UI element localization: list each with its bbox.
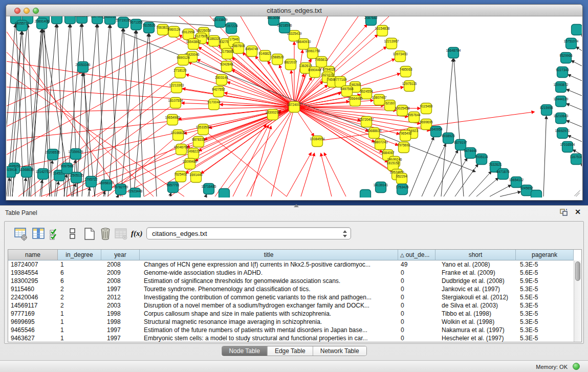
- graph-node[interactable]: 16958107: [99, 180, 114, 191]
- splitter-handle[interactable]: [294, 204, 299, 207]
- graph-node[interactable]: 6497568: [340, 86, 354, 97]
- graph-node[interactable]: 7625402: [174, 171, 187, 182]
- graph-edge[interactable]: [137, 31, 144, 196]
- table-row[interactable]: 946362711997Embryonic stem cells: a mode…: [8, 334, 574, 342]
- graph-edge[interactable]: [409, 137, 433, 196]
- graph-edge[interactable]: [434, 150, 458, 196]
- table-row[interactable]: 969969511998Structural magnetic resonanc…: [8, 318, 574, 326]
- graph-edge[interactable]: [321, 154, 332, 196]
- graph-node[interactable]: 14055717: [15, 20, 30, 31]
- graph-node[interactable]: 10688639: [367, 128, 382, 139]
- graph-node[interactable]: 8471676: [496, 169, 510, 180]
- graph-node[interactable]: 9671355: [129, 19, 143, 30]
- graph-node[interactable]: 16154838: [375, 26, 390, 36]
- graph-edge[interactable]: [294, 50, 302, 107]
- new-column-document-icon[interactable]: [82, 227, 97, 241]
- graph-node[interactable]: 1795722: [84, 177, 98, 187]
- graph-node[interactable]: 9115460: [420, 103, 433, 114]
- table-row[interactable]: 911546021997Tourette syndrome. Phenomeno…: [8, 285, 574, 293]
- graph-node[interactable]: 7965492: [399, 130, 412, 141]
- graph-node[interactable]: 9957644: [407, 112, 421, 123]
- graph-edge[interactable]: [572, 60, 582, 69]
- graph-edge[interactable]: [422, 144, 446, 196]
- graph-node[interactable]: 9227343: [556, 67, 569, 78]
- graph-node[interactable]: 9857791: [166, 182, 180, 193]
- graph-node[interactable]: 17359929: [69, 149, 83, 160]
- column-header-year[interactable]: year: [101, 250, 140, 260]
- graph-node[interactable]: 16099489: [183, 159, 198, 169]
- graph-node[interactable]: 17016504: [560, 142, 575, 152]
- graph-node[interactable]: 9890124: [177, 55, 190, 65]
- graph-node[interactable]: 7975692: [397, 142, 410, 153]
- graph-node[interactable]: 12213967: [384, 38, 399, 49]
- graph-node[interactable]: 7357224: [225, 23, 238, 34]
- show-columns-checklist-icon[interactable]: [49, 227, 63, 241]
- graph-edge[interactable]: [215, 125, 266, 196]
- table-options-icon[interactable]: [14, 227, 28, 241]
- graph-node[interactable]: 18107554: [168, 98, 183, 108]
- graph-node[interactable]: 1640954: [429, 126, 443, 137]
- table-row[interactable]: 1830029562008Estimation of significance …: [8, 277, 574, 285]
- graph-edge[interactable]: [195, 107, 294, 161]
- graph-node[interactable]: 20053346: [76, 62, 91, 73]
- select-column-icon[interactable]: [32, 227, 46, 241]
- graph-node[interactable]: 8938923: [442, 133, 455, 144]
- column-header-out_de[interactable]: △out_de...: [398, 250, 435, 260]
- table-row[interactable]: 1938455462009Genome-wide association stu…: [8, 269, 574, 277]
- graph-node[interactable]: 19654983: [165, 115, 180, 125]
- column-header-name[interactable]: name: [8, 250, 58, 260]
- graph-node[interactable]: 18807243: [373, 139, 388, 150]
- graph-node[interactable]: 12213363: [169, 82, 184, 93]
- graph-node[interactable]: 12444139: [554, 96, 569, 107]
- graph-edge[interactable]: [24, 178, 26, 196]
- graph-edge[interactable]: [441, 59, 453, 196]
- graph-edge[interactable]: [294, 107, 368, 131]
- graph-node[interactable]: 19166825: [171, 130, 186, 141]
- graph-edge[interactable]: [118, 107, 294, 196]
- graph-edge[interactable]: [567, 104, 582, 113]
- column-header-short[interactable]: short: [435, 250, 516, 260]
- graph-node[interactable]: 1498222: [187, 148, 200, 159]
- graph-node[interactable]: 18300295: [266, 110, 280, 120]
- graph-edge[interactable]: [581, 163, 582, 170]
- graph-edge[interactable]: [301, 153, 314, 196]
- graph-node[interactable]: 2935114: [475, 154, 488, 165]
- graph-node[interactable]: 8454749: [245, 46, 258, 57]
- graph-node[interactable]: 18724007: [287, 102, 302, 113]
- graph-node[interactable]: 9466161: [103, 16, 117, 25]
- graph-edge[interactable]: [247, 107, 294, 196]
- graph-node[interactable]: [360, 190, 371, 198]
- graph-edge[interactable]: [324, 153, 346, 196]
- graph-node[interactable]: 1167534: [570, 154, 582, 165]
- graph-node[interactable]: 9170044: [207, 99, 221, 110]
- graph-node[interactable]: 19384554: [310, 136, 325, 147]
- graph-node[interactable]: 14139141: [374, 182, 388, 193]
- graph-node[interactable]: 11568639: [19, 167, 34, 178]
- graph-edge[interactable]: [568, 75, 582, 83]
- graph-node[interactable]: 7615526: [142, 23, 156, 33]
- graph-node[interactable]: 13533594: [196, 124, 211, 135]
- delete-column-trash-icon[interactable]: [98, 227, 113, 241]
- tab-edge-table[interactable]: Edge Table: [268, 346, 313, 356]
- graph-node[interactable]: 9960124: [167, 27, 181, 37]
- network-canvas[interactable]: 1872400776638229960124891295418226058912…: [7, 16, 582, 198]
- graph-edge[interactable]: [543, 116, 547, 196]
- graph-node[interactable]: [531, 190, 542, 198]
- graph-node[interactable]: 8878335: [192, 137, 205, 147]
- graph-node[interactable]: 9146821: [258, 51, 272, 61]
- window-resize-grip[interactable]: [574, 189, 581, 196]
- scrollbar-thumb[interactable]: [575, 261, 580, 281]
- graph-node[interactable]: 10973493: [393, 51, 408, 62]
- graph-node[interactable]: [572, 25, 582, 35]
- graph-node[interactable]: 2718120: [173, 68, 187, 78]
- graph-node[interactable]: 12975115: [402, 81, 417, 92]
- graph-edge[interactable]: [189, 62, 294, 107]
- graph-node[interactable]: 8912954: [182, 29, 195, 40]
- graph-edge[interactable]: [500, 192, 520, 196]
- graph-node[interactable]: 8990448: [308, 67, 321, 78]
- table-chooser-dropdown[interactable]: citations_edges.txt: [146, 227, 351, 239]
- graph-node[interactable]: 16782759: [114, 184, 128, 195]
- table-row[interactable]: 1456911722003Disruption of a novel membe…: [8, 301, 574, 310]
- graph-node[interactable]: 16648784: [446, 48, 461, 58]
- table-row[interactable]: 977716911998Corpus callosum shape and si…: [8, 310, 574, 318]
